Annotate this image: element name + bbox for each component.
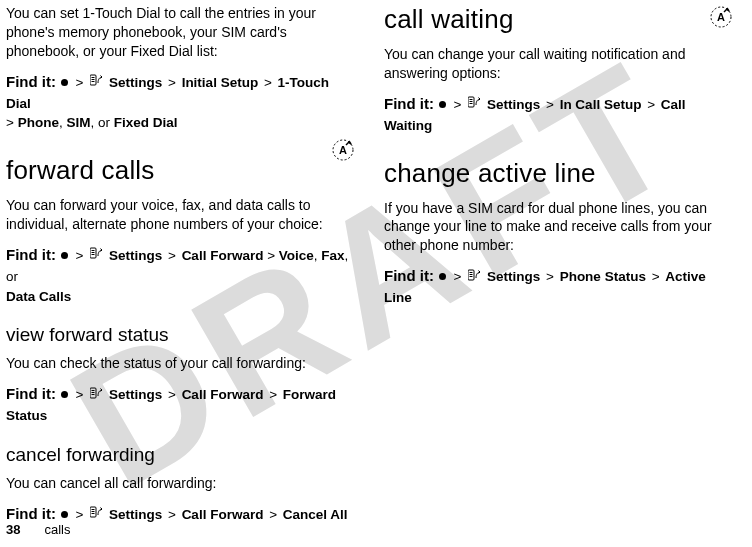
tail-fax: Fax (321, 248, 344, 263)
forward-calls-intro: You can forward your voice, fax, and dat… (6, 196, 356, 234)
feature-badge-icon: A (330, 137, 356, 167)
path-settings: Settings (487, 97, 540, 112)
svg-rect-20 (92, 513, 95, 514)
svg-text:A: A (717, 11, 725, 23)
center-key-icon (61, 511, 68, 518)
svg-rect-19 (92, 511, 95, 512)
findit-label: Find it: (6, 505, 56, 522)
findit-call-forward: Find it: > Settings > Call Forward > Voi… (6, 244, 356, 306)
path-settings: Settings (109, 75, 162, 90)
tail-prefix: > (6, 115, 14, 130)
sep: > (76, 507, 84, 522)
sep: > (76, 387, 84, 402)
sep: > (168, 75, 176, 90)
path-in-call-setup: In Call Setup (560, 97, 642, 112)
tail-fixed: Fixed Dial (114, 115, 178, 130)
svg-rect-14 (92, 390, 95, 391)
svg-rect-15 (92, 392, 95, 393)
path-settings: Settings (109, 507, 162, 522)
findit-label: Find it: (384, 95, 434, 112)
page-content: You can set 1-Touch Dial to call the ent… (0, 0, 752, 547)
sep: > (168, 507, 176, 522)
path-phone-status: Phone Status (560, 269, 646, 284)
svg-rect-10 (92, 250, 95, 251)
path-settings: Settings (109, 387, 162, 402)
svg-rect-32 (470, 274, 473, 275)
call-waiting-intro: You can change your call waiting notific… (384, 45, 734, 83)
settings-icon (468, 267, 482, 287)
svg-rect-3 (92, 81, 95, 82)
change-active-line-intro: If you have a SIM card for dual phone li… (384, 199, 734, 256)
sep: > (647, 97, 655, 112)
path-call-forward: Call Forward (182, 248, 264, 263)
findit-one-touch: Find it: > Settings > Initial Setup > 1-… (6, 71, 356, 133)
sep: > (454, 97, 462, 112)
svg-rect-16 (92, 394, 95, 395)
findit-call-waiting: Find it: > Settings > In Call Setup > Ca… (384, 93, 734, 136)
right-column: call waiting A You can change your call … (384, 4, 734, 537)
findit-label: Find it: (6, 246, 56, 263)
settings-icon (90, 245, 104, 265)
view-forward-status-heading: view forward status (6, 324, 356, 346)
svg-rect-12 (92, 254, 95, 255)
view-forward-status-intro: You can check the status of your call fo… (6, 354, 356, 373)
settings-icon (90, 504, 104, 524)
cancel-forwarding-heading: cancel forwarding (6, 444, 356, 466)
svg-rect-27 (470, 99, 473, 100)
path-call-forward: Call Forward (182, 507, 264, 522)
change-active-line-heading: change active line (384, 158, 734, 189)
tail-sep: , or (90, 115, 113, 130)
center-key-icon (61, 79, 68, 86)
center-key-icon (439, 101, 446, 108)
one-touch-intro: You can set 1-Touch Dial to call the ent… (6, 4, 356, 61)
path-settings: Settings (487, 269, 540, 284)
sep: > (652, 269, 660, 284)
path-settings: Settings (109, 248, 162, 263)
sep: > (168, 248, 176, 263)
call-waiting-heading: call waiting (384, 4, 700, 35)
findit-forward-status: Find it: > Settings > Call Forward > For… (6, 383, 356, 426)
cancel-forwarding-intro: You can cancel all call forwarding: (6, 474, 356, 493)
findit-label: Find it: (6, 73, 56, 90)
svg-text:A: A (339, 144, 347, 156)
call-waiting-heading-row: call waiting A (384, 4, 734, 45)
left-column: You can set 1-Touch Dial to call the ent… (6, 4, 356, 537)
findit-label: Find it: (6, 385, 56, 402)
center-key-icon (61, 252, 68, 259)
svg-rect-2 (92, 79, 95, 80)
svg-rect-31 (470, 272, 473, 273)
svg-rect-18 (92, 509, 95, 510)
settings-icon (90, 385, 104, 405)
settings-icon (90, 72, 104, 92)
svg-rect-33 (470, 276, 473, 277)
tail-data: Data Calls (6, 289, 71, 304)
settings-icon (468, 94, 482, 114)
center-key-icon (61, 391, 68, 398)
svg-rect-11 (92, 252, 95, 253)
sep: > (264, 75, 272, 90)
svg-rect-29 (470, 103, 473, 104)
tail-voice: Voice (279, 248, 314, 263)
forward-calls-heading-row: forward calls A (6, 137, 356, 196)
sep: > (269, 507, 277, 522)
path-initial-setup: Initial Setup (182, 75, 259, 90)
sep: > (168, 387, 176, 402)
forward-calls-heading: forward calls (6, 155, 322, 186)
sep: > (76, 248, 84, 263)
sep: > (269, 387, 277, 402)
svg-rect-28 (470, 101, 473, 102)
path-call-forward: Call Forward (182, 387, 264, 402)
findit-cancel-all: Find it: > Settings > Call Forward > Can… (6, 503, 356, 526)
svg-rect-1 (92, 77, 95, 78)
tail-prefix: > (267, 248, 279, 263)
feature-badge-icon: A (708, 4, 734, 34)
sep: > (546, 97, 554, 112)
tail-sim: SIM (66, 115, 90, 130)
sep: > (76, 75, 84, 90)
findit-label: Find it: (384, 267, 434, 284)
sep: > (546, 269, 554, 284)
tail-phone: Phone (18, 115, 59, 130)
path-cancel-all: Cancel All (283, 507, 348, 522)
center-key-icon (439, 273, 446, 280)
findit-active-line: Find it: > Settings > Phone Status > Act… (384, 265, 734, 308)
